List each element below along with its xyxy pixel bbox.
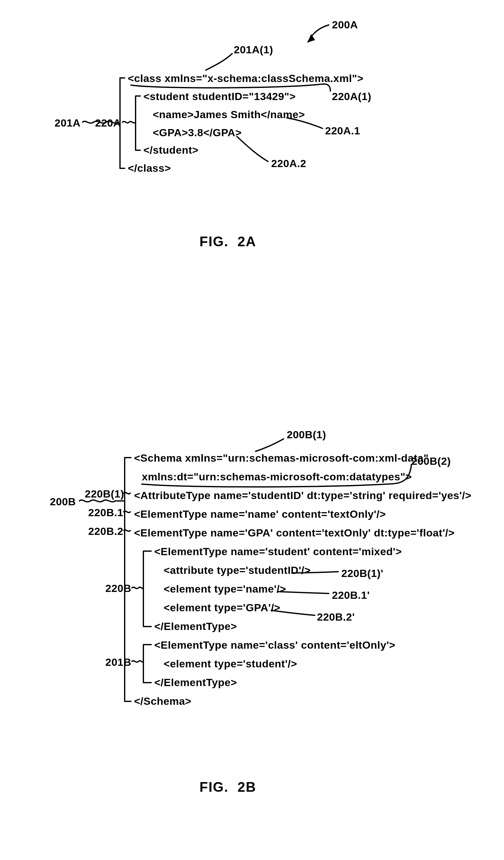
fig2a-line-class-close: </class> [128, 162, 171, 174]
fig2a-caption: FIG. 2A [200, 234, 256, 249]
fig2b-line-elem-ref-gpa: <element type='GPA'/> [164, 602, 280, 614]
label-220B: 220B [105, 582, 131, 594]
fig2b-line-attr-ref: <attribute type='studentID'/> [164, 564, 311, 576]
fig2b-line-schema-open2: xmlns:dt="urn:schemas-microsoft-com:data… [142, 471, 412, 483]
label-220B.1: 220B.1 [88, 506, 124, 519]
label-220A: 220A [95, 117, 121, 129]
fig2b-line-elem-gpa: <ElementType name='GPA' content='textOnl… [134, 527, 455, 539]
fig2b-line-schema-open1: <Schema xmlns="urn:schemas-microsoft-com… [134, 452, 429, 464]
fig2b-line-elem-name: <ElementType name='name' content='textOn… [134, 508, 386, 520]
label-220A1p: 220A(1) [332, 90, 371, 103]
label-201B: 201B [105, 656, 131, 668]
fig2a-line-student-open: <student studentID="13429"> [143, 90, 296, 103]
label-200B2: 200B(2) [412, 455, 451, 467]
label-220B.1': 220B.1' [332, 589, 370, 601]
label-220B.2': 220B.2' [317, 611, 355, 623]
fig2a-line-gpa: <GPA>3.8</GPA> [153, 127, 242, 139]
label-220B1': 220B(1)' [341, 567, 384, 579]
fig2a-line-name: <name>James Smith</name> [153, 109, 305, 120]
label-220B1p: 220B(1) [85, 488, 124, 500]
label-200B1: 200B(1) [287, 429, 326, 441]
fig2b-caption: FIG. 2B [200, 779, 256, 795]
fig2b-line-student-open: <ElementType name='student' content='mix… [154, 545, 402, 558]
fig2b-line-elem-ref-stu: <element type='student'/> [164, 658, 297, 670]
fig2b-line-student-close: </ElementType> [154, 620, 237, 632]
fig2b-line-elem-ref-name: <element type='name'/> [164, 583, 286, 595]
fig2b-line-attrtype: <AttributeType name='studentID' dt:type=… [134, 489, 472, 502]
fig2b-line-class-close: </ElementType> [154, 676, 237, 689]
label-220A.2: 220A.2 [271, 157, 306, 170]
fig2a-line-student-close: </student> [143, 144, 199, 156]
fig2b-line-class-open: <ElementType name='class' content='eltOn… [154, 639, 395, 651]
label-220B.2: 220B.2 [88, 525, 124, 538]
label-201A1: 201A(1) [234, 44, 273, 56]
label-200A: 200A [332, 19, 358, 31]
diagram-page: <class xmlns="x-schema:classSchema.xml">… [0, 0, 504, 860]
label-200B: 200B [50, 496, 76, 508]
fig2a-line-class-open: <class xmlns="x-schema:classSchema.xml"> [128, 72, 363, 85]
label-220A.1: 220A.1 [325, 125, 360, 137]
fig2b-line-schema-close: </Schema> [134, 695, 191, 707]
label-201A: 201A [55, 117, 81, 129]
